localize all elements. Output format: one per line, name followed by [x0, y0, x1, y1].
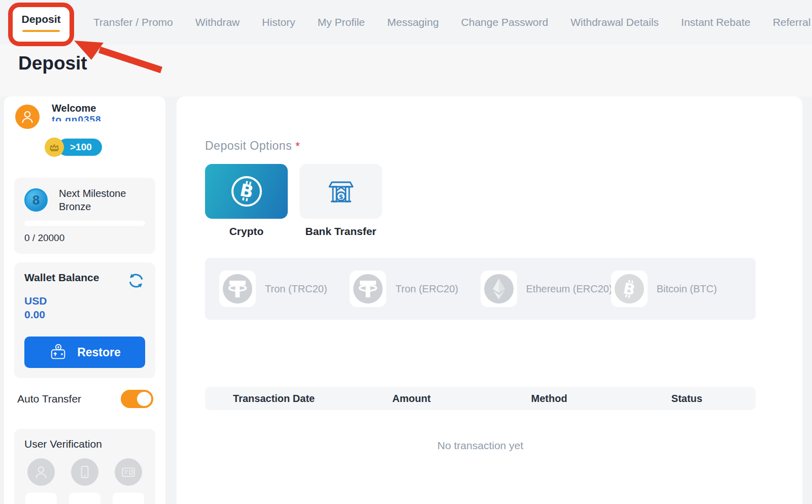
column-transaction-date: Transaction Date [205, 393, 343, 405]
vip-badge: >100 [45, 138, 156, 157]
milestone-title: Next Milestone [59, 187, 126, 200]
nav-tab-my-profile[interactable]: My Profile [318, 16, 365, 28]
restore-button[interactable]: Restore [24, 337, 145, 368]
network-label: Bitcoin (BTC) [657, 283, 717, 295]
verification-item-identity[interactable] [25, 458, 57, 504]
verification-status-pill [113, 493, 144, 504]
auto-transfer-row: Auto Transfer [17, 390, 153, 408]
wallet-currency: USD [24, 294, 145, 308]
nav-tab-instant-rebate[interactable]: Instant Rebate [681, 16, 751, 28]
wallet-balance-title: Wallet Balance [24, 272, 99, 284]
person-icon [19, 109, 36, 125]
page-header-band [0, 45, 812, 96]
wallet-balance-card: Wallet Balance USD 0.00 Restore [14, 262, 155, 378]
wallet-amount: 0.00 [24, 308, 145, 321]
column-method: Method [481, 393, 618, 405]
milestone-card: 8 Next Milestone Bronze 0 / 20000 [14, 178, 155, 254]
deposit-options-title: Deposit Options [205, 139, 292, 152]
crypto-network-list: Tron (TRC20) Tron (ERC20) [205, 258, 756, 320]
user-verification-title: User Verification [24, 438, 145, 450]
bank-icon: $ [323, 174, 359, 209]
nav-tab-messaging[interactable]: Messaging [387, 16, 439, 28]
option-crypto-tile[interactable]: B [205, 164, 288, 219]
network-option-tron-trc20[interactable]: Tron (TRC20) [219, 271, 350, 307]
verification-status-pill [69, 493, 100, 504]
transactions-table-header: Transaction Date Amount Method Status [205, 387, 756, 410]
ethereum-icon [484, 274, 514, 304]
toggle-knob [137, 392, 151, 406]
deposit-page: Deposit Transfer / Promo Withdraw Histor… [0, 0, 812, 504]
milestone-progress-bar [24, 221, 145, 226]
nav-tab-transfer-promo[interactable]: Transfer / Promo [93, 16, 173, 28]
restore-button-label: Restore [77, 346, 121, 359]
person-icon [33, 464, 49, 480]
tether-icon [223, 274, 252, 304]
network-option-ethereum-erc20[interactable]: Ethereum (ERC20) [481, 271, 611, 307]
network-label: Ethereum (ERC20) [526, 283, 613, 295]
welcome-greeting: Welcome [52, 103, 101, 114]
auto-transfer-label: Auto Transfer [17, 393, 81, 405]
top-navigation: Deposit Transfer / Promo Withdraw Histor… [0, 0, 812, 45]
crown-icon [45, 138, 64, 157]
nav-label-deposit: Deposit [21, 13, 60, 25]
vip-badge-value: >100 [58, 139, 102, 156]
milestone-tier: Bronze [59, 200, 126, 213]
option-bank-transfer-label: Bank Transfer [299, 225, 382, 238]
network-option-tron-erc20[interactable]: Tron (ERC20) [350, 271, 480, 307]
network-option-bitcoin-btc[interactable]: B Bitcoin (BTC) [611, 271, 741, 307]
id-card-icon [120, 463, 137, 481]
verification-status-pill [25, 493, 57, 504]
active-tab-underline [22, 30, 60, 32]
deposit-options-label: Deposit Options* [205, 139, 300, 153]
option-crypto-label: Crypto [205, 225, 288, 238]
nav-tab-withdraw[interactable]: Withdraw [195, 16, 240, 28]
verification-item-phone[interactable] [69, 458, 100, 504]
nav-tab-referral[interactable]: Referral [773, 16, 811, 28]
required-asterisk: * [295, 140, 300, 152]
wallet-icon [49, 343, 68, 362]
nav-tab-history[interactable]: History [262, 16, 295, 28]
page-title: Deposit [18, 53, 87, 74]
user-verification-card: User Verification [14, 429, 155, 504]
verification-item-id-card[interactable] [113, 458, 144, 504]
refresh-icon[interactable] [127, 272, 145, 290]
empty-transactions-message: No transaction yet [205, 440, 756, 452]
network-label: Tron (TRC20) [265, 283, 327, 295]
bitcoin-icon: B [615, 274, 644, 304]
main-panel: Deposit Options* B [177, 96, 802, 504]
column-status: Status [618, 393, 756, 405]
welcome-username: to gn0358 [52, 114, 101, 121]
auto-transfer-toggle[interactable] [121, 390, 153, 408]
tether-icon [353, 274, 383, 304]
option-bank-transfer-tile[interactable]: $ [299, 164, 382, 219]
svg-text:$: $ [339, 193, 343, 200]
nav-tab-withdrawal-details[interactable]: Withdrawal Details [570, 16, 659, 28]
user-avatar [15, 105, 40, 129]
coin-icon: 8 [24, 188, 48, 212]
phone-icon [77, 464, 93, 480]
nav-tab-change-password[interactable]: Change Password [461, 16, 549, 28]
bitcoin-icon: B [229, 174, 264, 209]
milestone-progress-text: 0 / 20000 [24, 232, 145, 244]
sidebar: Welcome to gn0358 >100 8 Next Milestone [4, 96, 165, 504]
welcome-card: Welcome to gn0358 >100 [15, 103, 156, 157]
nav-tab-deposit[interactable]: Deposit [11, 3, 71, 42]
column-amount: Amount [343, 393, 480, 405]
deposit-options-row: B $ [205, 164, 382, 219]
network-label: Tron (ERC20) [395, 283, 458, 295]
